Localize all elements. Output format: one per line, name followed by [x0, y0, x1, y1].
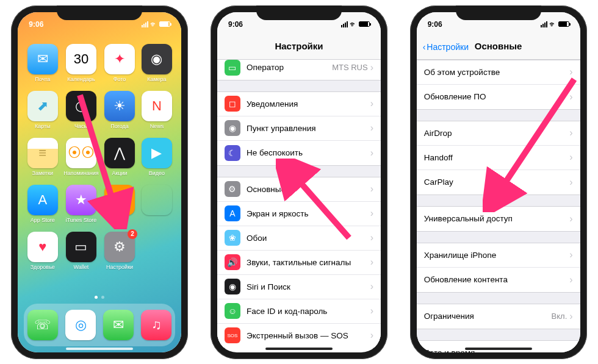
app-label: Почта: [35, 76, 50, 82]
dock-app[interactable]: ☏: [27, 310, 58, 340]
row-icon: ☺︎: [225, 303, 240, 319]
status-time: 9:06: [428, 20, 442, 29]
app-label: Заметки: [32, 170, 53, 176]
app-icon: ◷: [66, 91, 96, 121]
status-indicators: ᯤ: [541, 20, 569, 29]
chevron-right-icon: ›: [370, 281, 373, 292]
nav-title: Настройки: [275, 41, 323, 51]
home-indicator[interactable]: [465, 348, 532, 350]
chevron-right-icon: ›: [370, 123, 373, 134]
general-list[interactable]: Об этом устройстве›Обновление ПО›AirDrop…: [417, 60, 580, 352]
home-indicator[interactable]: [66, 348, 133, 350]
app-Видео[interactable]: ▶︎Видео: [140, 138, 173, 176]
row-label: Face ID и код-пароль: [247, 307, 370, 316]
signal-icon: [142, 21, 148, 27]
app-Камера[interactable]: ◉Камера: [140, 44, 173, 82]
row-icon: ⚙︎: [225, 181, 240, 197]
app-grid: ✉︎Почта30Календарь✦Фото◉Камера⬈Карты◷Час…: [26, 44, 173, 270]
chevron-right-icon: ›: [370, 184, 373, 194]
settings-group: AirDrop›Handoff›CarPlay›: [417, 121, 580, 195]
chevron-right-icon: ›: [370, 208, 373, 219]
back-label: Настройки: [427, 42, 469, 52]
settings-group: Об этом устройстве›Обновление ПО›: [417, 60, 580, 110]
row-label: Не беспокоить: [247, 148, 370, 157]
settings-row[interactable]: AЭкран и яркость›: [217, 202, 381, 226]
settings-row[interactable]: ☾Не беспокоить›: [217, 141, 381, 165]
row-label: Оператор: [247, 63, 332, 72]
back-button[interactable]: ‹ Настройки: [423, 42, 469, 52]
dock-app[interactable]: ✉︎: [103, 310, 134, 340]
row-label: Ограничения: [424, 312, 552, 321]
app-Акции[interactable]: ⋀Акции: [104, 138, 136, 176]
settings-row[interactable]: Универсальный доступ›: [417, 207, 580, 231]
app-App Store[interactable]: AApp Store: [26, 185, 59, 223]
app-Настройки[interactable]: ⚙︎2Настройки: [104, 232, 136, 270]
notch: [256, 5, 342, 20]
chevron-right-icon: ›: [370, 98, 373, 109]
row-label: Обновление ПО: [424, 92, 570, 101]
settings-row[interactable]: Обновление контента›: [417, 268, 580, 292]
app-empty: [140, 185, 173, 223]
status-time: 9:06: [29, 20, 43, 29]
app-Часы[interactable]: ◷Часы: [63, 91, 98, 129]
row-label: Экстренный вызов — SOS: [247, 331, 370, 340]
settings-row[interactable]: SOSЭкстренный вызов — SOS›: [217, 324, 381, 348]
row-detail: MTS RUS: [332, 63, 368, 72]
app-iBooks[interactable]: ▯▯iBooks: [104, 185, 136, 223]
app-iTunes Store[interactable]: ★iTunes Store: [63, 185, 98, 223]
app-label: Погода: [110, 123, 129, 129]
settings-row[interactable]: AirDrop›: [417, 121, 580, 146]
settings-row[interactable]: Хранилище iPhone›: [417, 243, 580, 268]
app-Фото[interactable]: ✦Фото: [104, 44, 136, 82]
app-icon: [142, 185, 172, 215]
page-dots[interactable]: [18, 296, 181, 299]
app-icon: ★: [66, 185, 96, 215]
settings-row[interactable]: ⚙︎Основные›: [217, 177, 381, 202]
dock-app[interactable]: ♫: [141, 310, 171, 340]
app-label: iTunes Store: [66, 217, 97, 223]
settings-row[interactable]: Об этом устройстве›: [417, 60, 580, 85]
wifi-icon: ᯤ: [150, 20, 157, 29]
app-label: Часы: [74, 123, 88, 129]
chevron-right-icon: ›: [569, 66, 572, 77]
status-indicators: ᯤ: [341, 20, 370, 29]
dock-app[interactable]: ◎: [65, 310, 96, 340]
settings-list[interactable]: ▭ОператорMTS RUS›◻︎Уведомления›◉Пункт уп…: [217, 55, 381, 348]
screen-home: 9:06 ᯤ ✉︎Почта30Календарь✦Фото◉Камера⬈Ка…: [18, 12, 181, 352]
app-Заметки[interactable]: ≡Заметки: [26, 138, 59, 176]
settings-row[interactable]: ◻︎Уведомления›: [217, 92, 381, 116]
dock: ☏◎✉︎♫: [24, 304, 175, 346]
row-icon: ☾: [225, 145, 240, 161]
settings-row[interactable]: ◉Пункт управления›: [217, 116, 381, 141]
settings-row[interactable]: Дата и время›: [417, 341, 580, 352]
settings-row[interactable]: 🔊Звуки, тактильные сигналы›: [217, 251, 381, 275]
app-News[interactable]: NNews: [140, 91, 173, 129]
settings-row[interactable]: ▭ОператорMTS RUS›: [217, 55, 381, 80]
settings-row[interactable]: Handoff›: [417, 146, 580, 170]
signal-icon: [541, 21, 547, 27]
app-Здоровье[interactable]: ♥︎Здоровье: [26, 232, 59, 270]
app-Карты[interactable]: ⬈Карты: [26, 91, 59, 129]
row-icon: ◉: [225, 279, 240, 294]
settings-row[interactable]: ОграниченияВкл.›: [417, 304, 580, 329]
app-Почта[interactable]: ✉︎Почта: [26, 44, 59, 82]
app-icon: ✉︎: [27, 44, 58, 74]
app-label: Камера: [147, 76, 166, 82]
settings-group: Универсальный доступ›: [417, 206, 580, 232]
settings-row[interactable]: ☺︎Face ID и код-пароль›: [217, 299, 381, 324]
app-label: Фото: [113, 76, 126, 82]
row-icon: ▭: [225, 60, 240, 76]
home-indicator[interactable]: [265, 348, 333, 350]
settings-row[interactable]: Обновление ПО›: [417, 85, 580, 109]
row-label: Экран и яркость: [247, 209, 370, 218]
app-Погода[interactable]: ☀︎Погода: [104, 91, 136, 129]
app-icon: ▶︎: [142, 138, 172, 168]
settings-row[interactable]: ❀Обои›: [217, 226, 381, 251]
settings-row[interactable]: CarPlay›: [417, 170, 580, 194]
row-label: Уведомления: [247, 99, 370, 109]
app-Напоминания[interactable]: ⦿⦿Напоминания: [63, 138, 98, 176]
settings-row[interactable]: ◉Siri и Поиск›: [217, 275, 381, 299]
app-Календарь[interactable]: 30Календарь: [63, 44, 98, 82]
app-Wallet[interactable]: ▭Wallet: [63, 232, 98, 270]
chevron-right-icon: ›: [569, 274, 572, 285]
